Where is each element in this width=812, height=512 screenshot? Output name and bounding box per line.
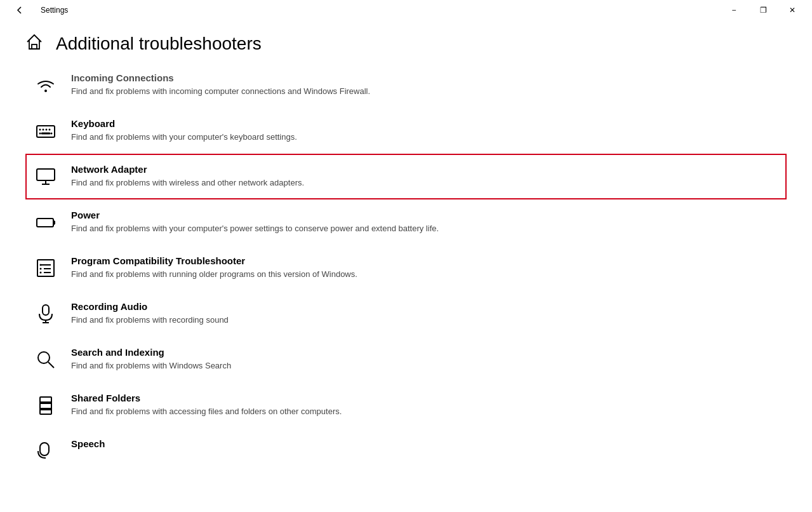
- microphone-icon: [33, 301, 58, 327]
- title-bar: Settings − ❐ ✕: [0, 0, 812, 20]
- svg-rect-2: [37, 126, 55, 137]
- svg-rect-0: [32, 44, 37, 49]
- list-item[interactable]: Network Adapter Find and fix problems wi…: [25, 154, 787, 199]
- app-title: Settings: [41, 6, 68, 15]
- item-desc: Find and fix problems with running older…: [71, 269, 779, 280]
- list-item[interactable]: Speech: [25, 428, 787, 466]
- content-area[interactable]: Additional troubleshooters Incoming Conn…: [0, 20, 812, 512]
- svg-rect-25: [43, 305, 49, 315]
- item-text: Incoming Connections Find and fix proble…: [71, 72, 779, 97]
- home-icon: [25, 33, 43, 55]
- page-header: Additional troubleshooters: [25, 20, 787, 67]
- item-desc: Find and fix problems with your computer…: [71, 131, 779, 143]
- item-text: Program Compatibility Troubleshooter Fin…: [71, 255, 779, 280]
- list-item[interactable]: Recording Audio Find and fix problems wi…: [25, 291, 787, 337]
- back-button[interactable]: [5, 0, 34, 20]
- svg-rect-30: [40, 397, 51, 402]
- troubleshooter-list: Incoming Connections Find and fix proble…: [25, 67, 787, 466]
- item-desc: Find and fix problems with your computer…: [71, 223, 779, 234]
- item-desc: Find and fix problems with incoming comp…: [71, 86, 779, 97]
- search-icon: [33, 347, 58, 372]
- svg-line-29: [48, 362, 54, 368]
- speech-icon: [33, 438, 58, 464]
- minimize-button[interactable]: −: [719, 0, 749, 20]
- item-title: Speech: [71, 438, 779, 449]
- list-item[interactable]: Incoming Connections Find and fix proble…: [25, 67, 787, 108]
- item-title: Network Adapter: [71, 164, 779, 175]
- item-title: Program Compatibility Troubleshooter: [71, 255, 779, 266]
- server-icon: [33, 393, 58, 418]
- title-bar-left: Settings: [5, 0, 68, 20]
- list-item[interactable]: Program Compatibility Troubleshooter Fin…: [25, 245, 787, 291]
- list-item[interactable]: Search and Indexing Find and fix problem…: [25, 337, 787, 382]
- list-item[interactable]: Power Find and fix problems with your co…: [25, 199, 787, 245]
- item-desc: Find and fix problems with wireless and …: [71, 177, 779, 189]
- item-text: Recording Audio Find and fix problems wi…: [71, 301, 779, 326]
- window-controls: − ❐ ✕: [719, 0, 807, 20]
- item-text: Search and Indexing Find and fix problem…: [71, 347, 779, 372]
- svg-point-1: [44, 90, 47, 92]
- svg-rect-37: [40, 443, 49, 455]
- battery-icon: [33, 210, 58, 235]
- item-desc: Find and fix problems with recording sou…: [71, 314, 779, 326]
- svg-rect-13: [37, 219, 53, 227]
- list-icon: [33, 255, 58, 281]
- svg-rect-33: [40, 403, 51, 408]
- monitor-icon: [33, 164, 58, 189]
- keyboard-icon: [33, 118, 58, 144]
- svg-rect-36: [40, 410, 51, 414]
- item-title: Search and Indexing: [71, 347, 779, 358]
- item-title: Shared Folders: [71, 393, 779, 403]
- item-title: Incoming Connections: [71, 72, 779, 83]
- item-text: Network Adapter Find and fix problems wi…: [71, 164, 779, 189]
- item-title: Power: [71, 210, 779, 220]
- close-button[interactable]: ✕: [778, 0, 807, 20]
- item-text: Shared Folders Find and fix problems wit…: [71, 393, 779, 417]
- list-item[interactable]: Keyboard Find and fix problems with your…: [25, 108, 787, 154]
- item-desc: Find and fix problems with accessing fil…: [71, 406, 779, 417]
- svg-point-28: [38, 352, 50, 363]
- svg-rect-10: [37, 169, 55, 180]
- main-content: Additional troubleshooters Incoming Conn…: [0, 20, 812, 512]
- item-text: Keyboard Find and fix problems with your…: [71, 118, 779, 143]
- wifi-icon: [33, 72, 58, 98]
- list-item[interactable]: Shared Folders Find and fix problems wit…: [25, 382, 787, 428]
- item-text: Power Find and fix problems with your co…: [71, 210, 779, 234]
- item-title: Recording Audio: [71, 301, 779, 312]
- item-text: Speech: [71, 438, 779, 452]
- item-desc: Find and fix problems with Windows Searc…: [71, 360, 779, 372]
- maximize-button[interactable]: ❐: [749, 0, 778, 20]
- page-title: Additional troubleshooters: [56, 34, 262, 54]
- item-title: Keyboard: [71, 118, 779, 129]
